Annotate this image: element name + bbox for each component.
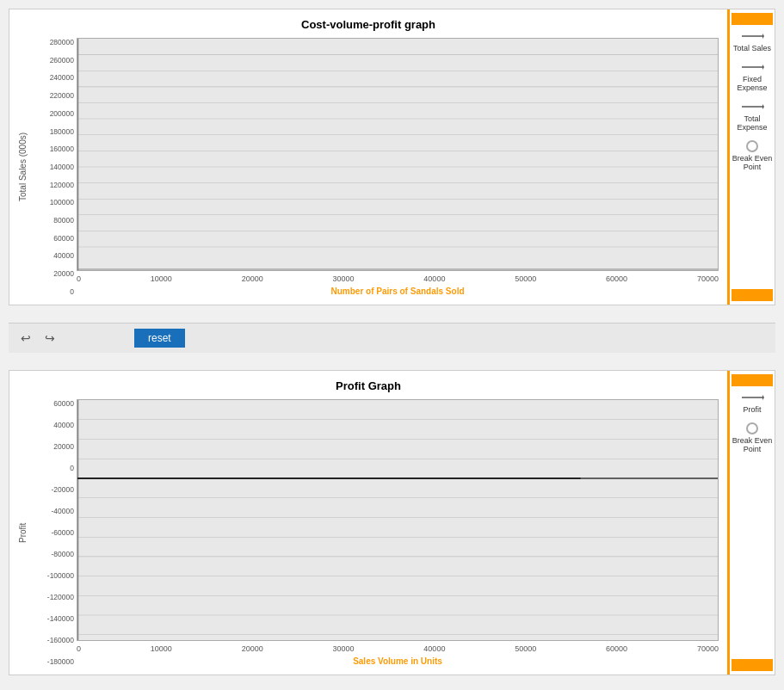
profit-plot-area <box>77 399 719 641</box>
cvp-legend-total-expense[interactable]: Total Expense <box>732 101 773 132</box>
profit-chart-section: Profit Graph Profit 60000 40000 20000 0 … <box>9 370 775 675</box>
cvp-legend-total-expense-label: Total Expense <box>732 114 773 132</box>
cvp-legend-footer <box>732 289 773 301</box>
cvp-chart-section: Cost-volume-profit graph Total Sales (00… <box>9 9 775 305</box>
profit-icon <box>739 391 765 404</box>
cvp-controls-bar: ↩ ↪ reset <box>9 323 775 353</box>
profit-legend-break-even[interactable]: Break Even Point <box>732 422 773 453</box>
cvp-legend-break-even-label: Break Even Point <box>732 154 773 171</box>
profit-y-axis-label: Profit <box>18 399 30 666</box>
profit-legend-profit-label: Profit <box>743 405 761 414</box>
cvp-chart-inner: 0 10000 20000 30000 40000 50000 60000 70… <box>77 38 719 296</box>
total-expense-icon <box>739 101 765 113</box>
profit-legend-header <box>732 374 773 386</box>
cvp-legend-total-sales[interactable]: Total Sales <box>732 30 773 52</box>
cvp-legend-panel: Total Sales Fixed Expense Total Expense … <box>727 9 775 305</box>
svg-marker-36 <box>762 395 764 400</box>
cvp-redo-button[interactable]: ↪ <box>41 330 59 347</box>
total-sales-icon <box>739 30 765 42</box>
cvp-chart-svg <box>77 39 718 270</box>
svg-marker-20 <box>762 104 764 109</box>
cvp-chart-area: Cost-volume-profit graph Total Sales (00… <box>9 9 727 305</box>
profit-chart-inner: 0 10000 20000 30000 40000 50000 60000 70… <box>77 399 719 666</box>
profit-break-even-icon <box>746 422 758 434</box>
cvp-y-ticks: 280000 260000 240000 220000 200000 18000… <box>32 38 77 296</box>
profit-legend-footer <box>732 659 773 671</box>
cvp-undo-button[interactable]: ↩ <box>17 330 34 347</box>
cvp-x-ticks: 0 10000 20000 30000 40000 50000 60000 70… <box>77 274 719 283</box>
svg-marker-18 <box>762 65 764 70</box>
profit-graph-container: Profit 60000 40000 20000 0 -20000 -40000… <box>18 399 719 666</box>
cvp-legend-header <box>732 13 773 25</box>
profit-chart-svg <box>77 400 718 640</box>
profit-x-ticks: 0 10000 20000 30000 40000 50000 60000 70… <box>77 644 719 653</box>
profit-x-axis-label: Sales Volume in Units <box>77 656 719 666</box>
profit-chart-area: Profit Graph Profit 60000 40000 20000 0 … <box>9 371 727 675</box>
cvp-x-axis-label: Number of Pairs of Sandals Sold <box>77 286 719 296</box>
profit-chart-title: Profit Graph <box>18 379 719 392</box>
cvp-chart-title: Cost-volume-profit graph <box>18 18 719 31</box>
cvp-reset-button[interactable]: reset <box>134 329 185 348</box>
cvp-legend-break-even[interactable]: Break Even Point <box>732 140 773 171</box>
profit-legend-break-even-label: Break Even Point <box>732 436 773 453</box>
profit-graph-with-yticks: 60000 40000 20000 0 -20000 -40000 -60000… <box>32 399 719 666</box>
cvp-y-axis-label: Total Sales (000s) <box>18 38 30 296</box>
fixed-expense-icon <box>739 61 765 73</box>
break-even-icon <box>746 140 758 152</box>
profit-legend-profit[interactable]: Profit <box>732 391 773 414</box>
cvp-graph-container: Total Sales (000s) 280000 260000 240000 … <box>18 38 719 296</box>
cvp-legend-total-sales-label: Total Sales <box>733 44 771 52</box>
cvp-legend-fixed-expense-label: Fixed Expense <box>732 75 773 92</box>
cvp-plot-area <box>77 38 719 271</box>
cvp-graph-with-yticks: 280000 260000 240000 220000 200000 18000… <box>32 38 719 296</box>
cvp-legend-fixed-expense[interactable]: Fixed Expense <box>732 61 773 92</box>
profit-y-ticks: 60000 40000 20000 0 -20000 -40000 -60000… <box>32 399 77 666</box>
svg-marker-16 <box>762 34 764 39</box>
profit-legend-panel: Profit Break Even Point <box>727 371 775 675</box>
